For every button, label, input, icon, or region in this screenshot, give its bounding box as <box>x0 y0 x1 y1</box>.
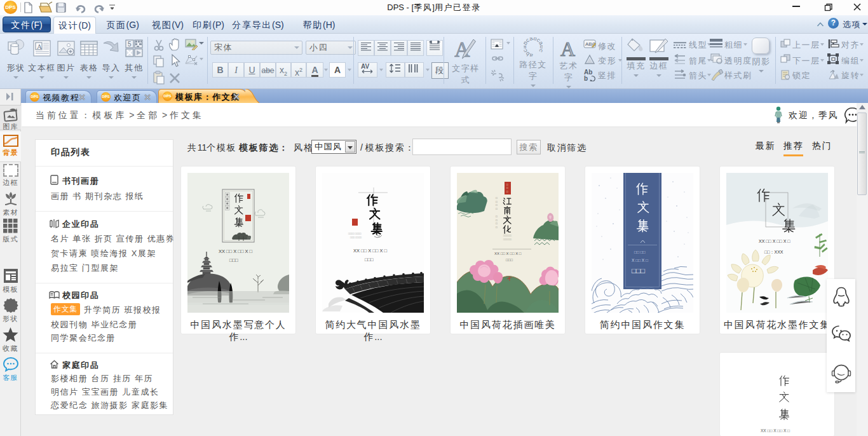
svg-text:X □□ X □: X □□ X □ <box>632 258 648 262</box>
svg-text:□□□ □□□□: □□□ □□□□ <box>350 236 362 239</box>
svg-text:□□□□□□: □□□□□□ <box>503 238 512 241</box>
svg-text:□: □ <box>496 215 498 218</box>
svg-text:□□□: □□□ <box>229 257 238 263</box>
svg-text:□□□: □□□ <box>632 267 645 275</box>
svg-text:AV: AV <box>361 63 369 70</box>
svg-text:XX □□ X □□ X □: XX □□ X □□ X □ <box>219 249 253 254</box>
svg-text:□: □ <box>496 226 498 229</box>
svg-text:A: A <box>37 43 42 50</box>
svg-text:XX □□ X □□ X □: XX □□ X □□ X □ <box>759 239 790 243</box>
svg-text:□□：XXX: □□：XXX <box>764 250 783 254</box>
svg-text:□: □ <box>496 222 498 225</box>
svg-text:b: b <box>584 75 588 81</box>
svg-text:XX □□ X □□ X □: XX □□ X □□ X □ <box>353 248 388 254</box>
svg-text:□: □ <box>496 203 498 207</box>
svg-text:□: □ <box>496 219 498 222</box>
svg-text:□□ □□: □□ □□ <box>634 250 646 254</box>
svg-text:□: □ <box>496 200 498 203</box>
svg-text:A: A <box>560 39 575 58</box>
svg-text:□□□□ □□□□: □□□□ □□□□ <box>348 232 362 235</box>
svg-text:□□□□□□: □□□□□□ <box>503 235 512 237</box>
svg-text:abcabcabcabc: abcabcabcabc <box>524 37 543 57</box>
svg-text:□□□: □□□ <box>506 258 513 262</box>
svg-text:□: □ <box>496 207 498 210</box>
svg-text:5: 5 <box>128 41 132 48</box>
svg-text:XX □□ X □□ X □: XX □□ X □□ X □ <box>761 428 790 433</box>
svg-text:□: □ <box>496 196 498 200</box>
svg-text:XX □□ X □□ X □: XX □□ X □□ X □ <box>494 252 522 255</box>
svg-text:□□□: □□□ <box>365 257 374 262</box>
